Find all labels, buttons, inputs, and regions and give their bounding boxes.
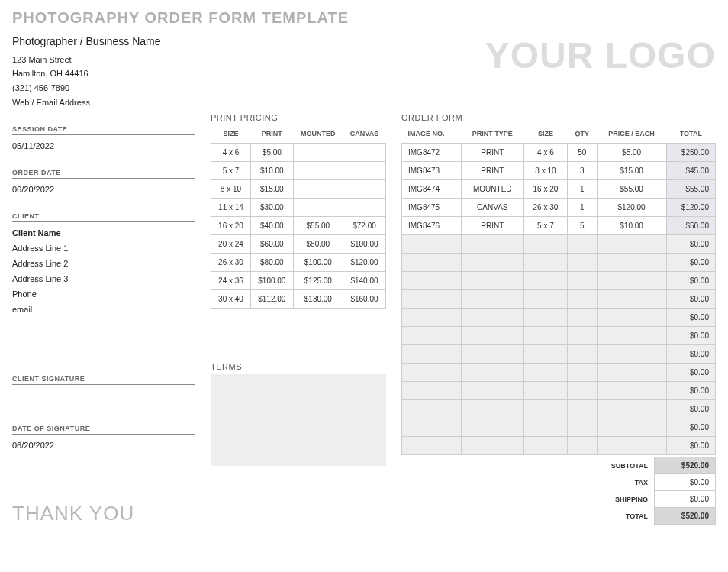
business-web: Web / Email Address (12, 95, 161, 110)
order-cell (461, 418, 523, 437)
order-cell (597, 345, 666, 364)
pricing-cell: $112.00 (250, 290, 293, 309)
order-table: IMAGE NO. PRINT TYPE SIZE QTY PRICE / EA… (401, 125, 716, 456)
pricing-cell: $40.00 (250, 217, 293, 235)
order-cell: 1 (568, 180, 597, 199)
table-row: IMG8474MOUNTED16 x 201$55.00$55.00 (402, 180, 716, 199)
order-cell (461, 382, 523, 400)
pricing-col-canvas: CANVAS (343, 125, 385, 144)
pricing-cell: $5.00 (250, 144, 293, 162)
order-total-cell: $50.00 (666, 217, 715, 235)
order-total-cell: $0.00 (666, 254, 715, 272)
pricing-cell: 20 x 24 (211, 235, 251, 254)
total-value: $520.00 (655, 508, 716, 525)
order-col-total: TOTAL (666, 125, 715, 144)
order-col-size: SIZE (523, 125, 568, 144)
order-cell (402, 382, 462, 400)
order-cell (568, 272, 597, 290)
order-cell (402, 327, 462, 345)
order-cell: $55.00 (597, 180, 666, 199)
order-cell: $120.00 (597, 199, 666, 217)
client-email: email (12, 302, 195, 317)
order-cell: IMG8473 (402, 162, 462, 180)
pricing-cell: $55.00 (293, 217, 343, 235)
table-row: IMG8475CANVAS26 x 301$120.00$120.00 (402, 199, 716, 217)
order-total-cell: $250.00 (666, 144, 715, 162)
table-row: $0.00 (402, 345, 716, 364)
pricing-cell: $30.00 (250, 199, 293, 217)
table-row: 30 x 40$112.00$130.00$160.00 (211, 290, 386, 309)
order-cell (568, 418, 597, 437)
order-cell: PRINT (461, 162, 523, 180)
pricing-cell: 11 x 14 (211, 199, 251, 217)
order-cell (523, 272, 568, 290)
business-city: Hamilton, OH 44416 (12, 66, 161, 81)
pricing-cell: 8 x 10 (211, 180, 251, 199)
total-label: TOTAL (401, 508, 655, 525)
pricing-cell: $100.00 (293, 254, 343, 272)
order-title: ORDER FORM (401, 113, 716, 122)
order-cell: PRINT (461, 144, 523, 162)
order-cell: $15.00 (597, 162, 666, 180)
pricing-cell (293, 180, 343, 199)
table-row: $0.00 (402, 272, 716, 290)
order-col-price: PRICE / EACH (597, 125, 666, 144)
order-total-cell: $120.00 (666, 199, 715, 217)
pricing-title: PRINT PRICING (211, 113, 386, 122)
pricing-cell: $100.00 (343, 235, 385, 254)
ship-label: SHIPPING (401, 491, 655, 508)
order-cell (523, 345, 568, 364)
order-total-cell: $0.00 (666, 418, 715, 437)
table-row: $0.00 (402, 382, 716, 400)
sig-date-label: DATE OF SIGNATURE (12, 425, 195, 435)
table-row: 8 x 10$15.00 (211, 180, 386, 199)
client-addr3: Address Line 3 (12, 271, 195, 286)
ship-value: $0.00 (655, 491, 716, 508)
pricing-cell: $10.00 (250, 162, 293, 180)
order-cell: 50 (568, 144, 597, 162)
order-cell: 26 x 30 (523, 199, 568, 217)
order-cell (402, 309, 462, 327)
pricing-cell: $80.00 (293, 235, 343, 254)
pricing-cell: $100.00 (250, 272, 293, 290)
table-row: 20 x 24$60.00$80.00$100.00 (211, 235, 386, 254)
order-col-qty: QTY (568, 125, 597, 144)
table-row: 11 x 14$30.00 (211, 199, 386, 217)
table-row: 26 x 30$80.00$100.00$120.00 (211, 254, 386, 272)
order-total-cell: $0.00 (666, 327, 715, 345)
order-cell (402, 418, 462, 437)
table-row: $0.00 (402, 254, 716, 272)
table-row: $0.00 (402, 437, 716, 455)
order-total-cell: $0.00 (666, 400, 715, 418)
order-cell (402, 345, 462, 364)
order-cell (402, 437, 462, 455)
order-col-type: PRINT TYPE (461, 125, 523, 144)
order-cell: IMG8476 (402, 217, 462, 235)
table-row: IMG8476PRINT5 x 75$10.00$50.00 (402, 217, 716, 235)
business-phone: (321) 456-7890 (12, 81, 161, 95)
pricing-cell: 30 x 40 (211, 290, 251, 309)
pricing-cell: $120.00 (343, 254, 385, 272)
pricing-cell: $140.00 (343, 272, 385, 290)
client-signature-space (12, 388, 195, 412)
order-cell (568, 254, 597, 272)
table-row: $0.00 (402, 290, 716, 309)
order-cell (568, 364, 597, 382)
pricing-cell: 4 x 6 (211, 144, 251, 162)
order-cell: IMG8475 (402, 199, 462, 217)
order-total-cell: $0.00 (666, 437, 715, 455)
business-street: 123 Main Street (12, 53, 161, 67)
order-cell (461, 309, 523, 327)
order-date: 06/20/2022 (12, 182, 195, 200)
pricing-col-mounted: MOUNTED (293, 125, 343, 144)
order-cell (461, 254, 523, 272)
table-row: 4 x 6$5.00 (211, 144, 386, 162)
order-cell (461, 400, 523, 418)
pricing-cell: $130.00 (293, 290, 343, 309)
pricing-cell (343, 162, 385, 180)
order-cell (568, 235, 597, 254)
order-cell (402, 254, 462, 272)
pricing-cell (343, 199, 385, 217)
logo-placeholder: YOUR LOGO (485, 37, 716, 74)
order-cell (568, 290, 597, 309)
